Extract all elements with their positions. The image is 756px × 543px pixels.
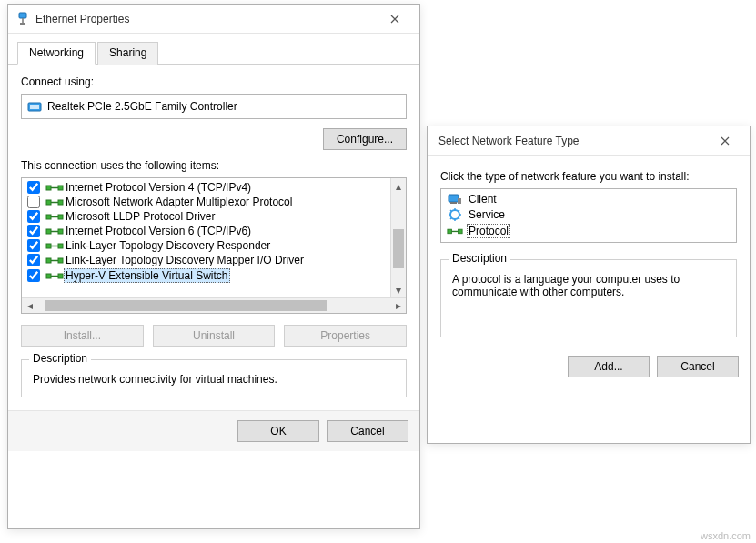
item-checkbox[interactable] [27,196,40,208]
feature-item[interactable]: Protocol [443,223,734,239]
service-icon [447,207,463,222]
item-checkbox[interactable] [27,254,40,266]
adapter-name: Realtek PCIe 2.5GbE Family Controller [47,100,237,113]
networking-panel: Connect using: Realtek PCIe 2.5GbE Famil… [8,65,419,410]
protocol-icon [45,196,60,207]
list-item[interactable]: Link-Layer Topology Discovery Mapper I/O… [24,253,388,267]
protocol-icon [45,240,60,251]
uninstall-button[interactable]: Uninstall [153,325,276,347]
feature-listbox[interactable]: ClientServiceProtocol [440,188,737,243]
items-label: This connection uses the following items… [21,159,407,172]
select-feature-window: Select Network Feature Type Click the ty… [427,126,751,444]
scroll-thumb-v[interactable] [393,229,404,269]
item-checkbox[interactable] [27,181,40,194]
watermark: wsxdn.com [701,530,751,541]
svg-rect-27 [450,202,457,204]
svg-rect-12 [58,215,63,219]
svg-rect-18 [58,244,63,248]
feature-description-text: A protocol is a language your computer u… [452,273,725,298]
list-item[interactable]: Internet Protocol Version 4 (TCP/IPv4) [24,180,388,195]
svg-rect-11 [46,215,51,219]
feature-footer: Add... Cancel [428,347,750,387]
list-item[interactable]: Internet Protocol Version 6 (TCP/IPv6) [24,224,388,238]
item-checkbox[interactable] [27,269,40,282]
svg-rect-2 [20,23,25,25]
feature-label: Service [467,208,507,221]
cancel-button[interactable]: Cancel [327,420,408,442]
items-listbox[interactable]: Internet Protocol Version 4 (TCP/IPv4)Mi… [21,177,407,314]
svg-rect-24 [58,274,63,278]
vertical-scrollbar[interactable]: ▴ ▾ [390,178,406,297]
protocol-icon [45,226,60,236]
description-text: Provides network connectivity for virtua… [33,373,395,386]
svg-rect-20 [46,258,51,263]
titlebar: Select Network Feature Type [428,126,750,156]
svg-rect-8 [46,200,51,205]
description-group: Description Provides network connectivit… [21,359,407,397]
close-button[interactable] [378,6,412,32]
scroll-thumb-h[interactable] [45,300,327,311]
client-icon [447,193,463,206]
ok-button[interactable]: OK [237,420,319,442]
titlebar: Ethernet Properties [8,5,419,34]
select-feature-panel: Click the type of network feature you wa… [428,156,750,347]
protocol-icon [447,226,463,236]
window-title: Ethernet Properties [35,13,378,25]
svg-rect-23 [46,274,51,278]
protocol-icon [45,211,60,222]
dialog-footer: OK Cancel [8,410,419,451]
tab-networking[interactable]: Networking [17,42,96,65]
list-item[interactable]: Microsoft Network Adapter Multiplexor Pr… [24,195,388,209]
list-item[interactable]: Microsoft LLDP Protocol Driver [24,209,388,224]
svg-rect-15 [58,229,63,234]
svg-rect-30 [448,229,452,234]
add-button[interactable]: Add... [568,356,650,377]
svg-rect-6 [58,186,63,190]
svg-rect-4 [30,105,39,109]
tab-sharing[interactable]: Sharing [97,42,158,65]
item-checkbox[interactable] [27,225,40,237]
scroll-up-arrow[interactable]: ▴ [391,178,406,194]
svg-rect-17 [46,244,51,248]
item-checkbox[interactable] [27,239,40,252]
svg-rect-9 [58,200,63,205]
feature-label: Client [467,193,499,206]
feature-description-legend: Description [449,252,510,265]
feature-label: Protocol [467,224,510,238]
svg-rect-0 [19,13,26,18]
ethernet-icon [15,12,30,26]
item-label: Microsoft LLDP Protocol Driver [64,210,217,223]
feature-description-group: Description A protocol is a language you… [440,259,737,337]
adapter-box[interactable]: Realtek PCIe 2.5GbE Family Controller [21,94,407,119]
feature-header: Click the type of network feature you wa… [440,170,737,183]
cancel-button[interactable]: Cancel [657,356,739,377]
protocol-icon [45,255,60,266]
scroll-left-arrow[interactable]: ◂ [22,298,37,313]
feature-item[interactable]: Client [443,192,734,206]
scroll-down-arrow[interactable]: ▾ [391,282,406,297]
item-label: Link-Layer Topology Discovery Responder [64,239,272,252]
close-button[interactable] [708,128,742,154]
item-label: Internet Protocol Version 6 (TCP/IPv6) [64,225,253,237]
feature-item[interactable]: Service [443,206,734,223]
svg-rect-21 [58,258,63,263]
scroll-right-arrow[interactable]: ▸ [390,298,406,313]
connect-using-label: Connect using: [21,75,407,88]
protocol-icon [45,182,60,193]
svg-rect-26 [449,195,459,202]
configure-button[interactable]: Configure... [323,128,407,150]
list-item[interactable]: Hyper-V Extensible Virtual Switch [24,267,388,284]
description-legend: Description [29,352,91,365]
properties-button[interactable]: Properties [284,325,407,347]
window-title: Select Network Feature Type [435,135,708,147]
ethernet-properties-window: Ethernet Properties Networking Sharing C… [7,4,420,529]
svg-rect-31 [459,229,463,234]
install-button[interactable]: Install... [21,325,144,347]
horizontal-scrollbar[interactable]: ◂ ▸ [22,297,406,313]
list-item[interactable]: Link-Layer Topology Discovery Responder [24,238,388,253]
item-label: Microsoft Network Adapter Multiplexor Pr… [64,196,294,208]
item-label: Link-Layer Topology Discovery Mapper I/O… [64,254,306,266]
protocol-icon [45,270,60,281]
item-buttons-row: Install... Uninstall Properties [21,325,407,347]
item-checkbox[interactable] [27,210,40,223]
